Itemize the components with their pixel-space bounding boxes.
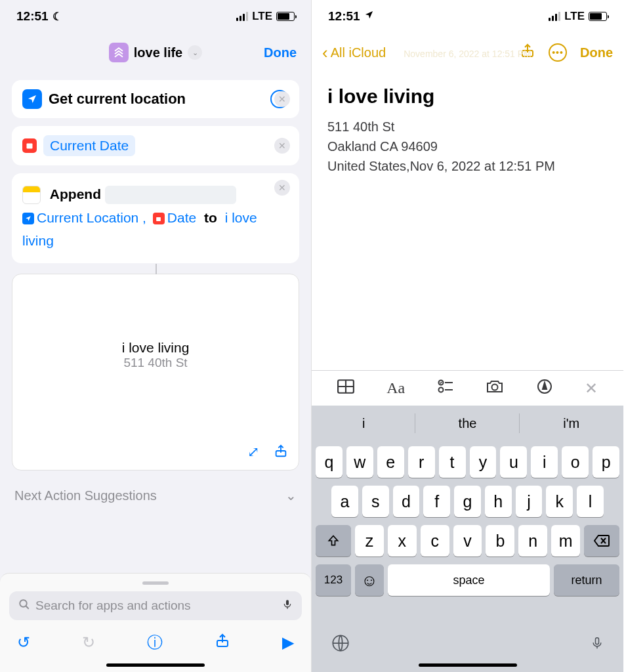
note-preview: i love living 511 40th St ⤢: [12, 274, 299, 471]
note-timestamp: November 6, 2022 at 12:51 PM: [404, 49, 531, 59]
suggestion[interactable]: i'm: [520, 406, 623, 441]
key-y[interactable]: y: [470, 446, 497, 478]
remove-action-button[interactable]: ✕: [274, 138, 290, 154]
action-get-location[interactable]: Get current location › ✕: [12, 80, 299, 118]
battery-icon: [589, 12, 607, 21]
svg-rect-1: [156, 217, 161, 221]
notes-icon: [22, 186, 41, 204]
key-u[interactable]: u: [500, 446, 527, 478]
drawer-grabber[interactable]: [142, 581, 169, 585]
return-key[interactable]: return: [554, 564, 619, 596]
done-button[interactable]: Done: [264, 45, 297, 60]
svg-point-9: [438, 387, 443, 392]
redo-button: ↻: [82, 633, 95, 652]
dictation-icon[interactable]: [591, 634, 604, 657]
variable-current-location[interactable]: Current Location: [37, 210, 138, 225]
back-label: All iCloud: [331, 45, 386, 60]
remove-action-button[interactable]: ✕: [274, 180, 290, 196]
space-key[interactable]: space: [388, 564, 550, 596]
key-i[interactable]: i: [531, 446, 558, 478]
share-button[interactable]: [215, 633, 230, 652]
key-p[interactable]: p: [593, 446, 619, 478]
preview-title: i love living: [122, 340, 190, 356]
more-button[interactable]: •••: [549, 43, 567, 62]
delete-key[interactable]: [584, 525, 619, 556]
back-button[interactable]: ‹ All iCloud: [322, 43, 386, 63]
key-n[interactable]: n: [518, 525, 547, 556]
variable-current-date[interactable]: Current Date: [43, 135, 135, 156]
network-label: LTE: [564, 10, 585, 23]
search-input[interactable]: Search for apps and actions: [9, 591, 302, 620]
key-row-2: a s d f g h j k l: [316, 486, 619, 517]
shift-key[interactable]: [316, 525, 351, 556]
key-t[interactable]: t: [439, 446, 466, 478]
key-d[interactable]: d: [393, 486, 420, 517]
home-indicator[interactable]: [106, 663, 205, 667]
chevron-down-icon: ⌄: [188, 45, 202, 60]
key-q[interactable]: q: [316, 446, 343, 478]
text-format-icon[interactable]: Aa: [386, 379, 405, 397]
search-icon: [18, 598, 30, 614]
battery-icon: [276, 12, 295, 21]
key-o[interactable]: o: [562, 446, 589, 478]
key-v[interactable]: v: [453, 525, 482, 556]
run-button[interactable]: ▶: [282, 633, 294, 652]
variable-date[interactable]: Date: [167, 210, 196, 225]
status-time: 12:51: [328, 9, 360, 24]
key-k[interactable]: k: [546, 486, 573, 517]
table-icon[interactable]: [337, 379, 354, 398]
markup-icon[interactable]: [537, 379, 552, 398]
note-line: 511 40th St: [327, 117, 608, 136]
key-e[interactable]: e: [377, 446, 404, 478]
keyboard: i the i'm q w e r t y u i o p a s d f: [312, 406, 623, 672]
key-m[interactable]: m: [551, 525, 580, 556]
key-g[interactable]: g: [454, 486, 481, 517]
comma: ,: [142, 210, 146, 225]
chevron-left-icon: ‹: [322, 43, 328, 63]
info-button[interactable]: ⓘ: [147, 632, 163, 653]
done-button[interactable]: Done: [580, 45, 613, 60]
editor-toolbar: ↺ ↻ ⓘ ▶: [9, 620, 302, 661]
suggestion[interactable]: i: [312, 406, 415, 441]
remove-action-button[interactable]: ✕: [274, 91, 290, 107]
suggestion[interactable]: the: [415, 406, 519, 441]
emoji-key[interactable]: ☺: [355, 564, 384, 596]
key-j[interactable]: j: [516, 486, 543, 517]
status-time: 12:51: [16, 9, 49, 24]
action-current-date[interactable]: Current Date ✕: [12, 126, 299, 165]
key-a[interactable]: a: [331, 486, 358, 517]
key-c[interactable]: c: [421, 525, 449, 556]
globe-icon[interactable]: [331, 634, 350, 657]
svg-rect-4: [286, 600, 289, 605]
append-text-field[interactable]: [105, 186, 236, 204]
action-title: Get current location: [49, 91, 186, 108]
shortcut-title-button[interactable]: love life ⌄: [109, 43, 202, 62]
action-append[interactable]: ✕ Append Current Location , Date to i lo…: [12, 173, 299, 263]
key-x[interactable]: x: [388, 525, 417, 556]
status-bar: 12:51 ☾ LTE: [0, 0, 311, 33]
next-action-suggestions[interactable]: Next Action Suggestions ⌄: [0, 478, 311, 513]
format-toolbar: Aa ✕: [312, 370, 623, 406]
location-arrow-icon: [364, 10, 374, 23]
checklist-icon[interactable]: [438, 379, 453, 398]
camera-icon[interactable]: [486, 379, 504, 398]
key-h[interactable]: h: [485, 486, 512, 517]
expand-icon[interactable]: ⤢: [247, 444, 259, 462]
undo-button[interactable]: ↺: [17, 633, 30, 652]
key-row-1: q w e r t y u i o p: [316, 446, 619, 478]
share-icon[interactable]: [274, 444, 288, 462]
key-b[interactable]: b: [486, 525, 514, 556]
key-f[interactable]: f: [423, 486, 450, 517]
key-l[interactable]: l: [577, 486, 604, 517]
numeric-key[interactable]: 123: [316, 564, 351, 596]
close-icon[interactable]: ✕: [585, 379, 598, 398]
shortcut-icon: [109, 43, 129, 62]
note-editor[interactable]: i love living 511 40th St Oakland CA 946…: [312, 72, 623, 189]
mic-icon[interactable]: [282, 598, 293, 614]
key-r[interactable]: r: [408, 446, 435, 478]
key-z[interactable]: z: [355, 525, 384, 556]
shortcuts-screen: 12:51 ☾ LTE love life ⌄ Done Get current…: [0, 0, 312, 672]
key-s[interactable]: s: [362, 486, 389, 517]
home-indicator[interactable]: [419, 663, 517, 667]
key-w[interactable]: w: [346, 446, 373, 478]
